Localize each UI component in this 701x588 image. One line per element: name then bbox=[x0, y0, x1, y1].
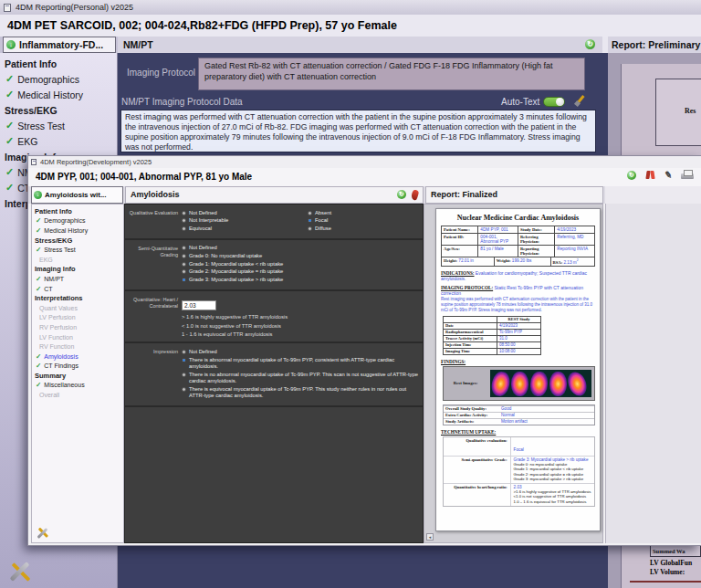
protocol-data-textarea[interactable]: Rest imaging was performed with CT atten… bbox=[120, 110, 596, 152]
red-brush-icon[interactable] bbox=[410, 189, 419, 201]
radio-option[interactable]: Grade 0: No myocardial uptake bbox=[182, 253, 421, 259]
radio-option[interactable]: Not Defined bbox=[182, 245, 421, 251]
sidebar-item[interactable]: ✓ NM/PT bbox=[32, 274, 123, 284]
export-pdf-icon[interactable] bbox=[645, 170, 655, 180]
print-icon[interactable] bbox=[681, 170, 694, 180]
heart-contralateral-input[interactable] bbox=[182, 300, 216, 310]
tab-amyloidosis[interactable]: ↓ Amyloidosis wit... bbox=[31, 186, 123, 204]
radio-icon[interactable] bbox=[308, 226, 312, 231]
radio-option[interactable]: Grade 2: Myocardial uptake = rib uptake bbox=[182, 268, 421, 275]
report-rule-line bbox=[630, 581, 701, 583]
radio-option[interactable]: Grade 3: Myocardial uptake > rib uptake bbox=[182, 277, 421, 283]
refresh-icon[interactable]: ↻ bbox=[585, 39, 595, 49]
sidebar-item[interactable]: ✓ Demographics bbox=[32, 216, 123, 226]
sidebar-item[interactable]: ✓ LV Function bbox=[32, 332, 123, 342]
radio-option[interactable]: Absent bbox=[308, 210, 421, 216]
status-complete-icon: ↓ bbox=[34, 191, 42, 199]
radio-icon[interactable] bbox=[182, 262, 186, 267]
rest-study-row: Injection Time 08:50:00 bbox=[444, 341, 541, 348]
radio-option[interactable]: Equivocal bbox=[182, 226, 304, 232]
radio-option[interactable]: Not Defined bbox=[182, 210, 304, 216]
back-window-titlebar[interactable]: 4DM Reporting(Personal) v2025 bbox=[0, 0, 701, 15]
refresh-icon[interactable]: ↻ bbox=[627, 171, 636, 180]
desktop: 4DM Reporting(Personal) v2025 4DM PET SA… bbox=[0, 0, 701, 588]
nuclear-image bbox=[530, 372, 548, 396]
sidebar-item[interactable]: ✓ Amyloidosis bbox=[32, 352, 123, 362]
hint-text: < 1.0 is not suggestive of TTR amyloidos… bbox=[182, 323, 421, 329]
radio-option[interactable]: Diffuse bbox=[308, 226, 421, 232]
sidebar-item[interactable]: ✓ Imaging Info bbox=[32, 265, 123, 275]
sidebar-item[interactable]: ✓ Stress Test bbox=[32, 245, 123, 255]
nmpt-panel-header: NM/PT ↻ bbox=[118, 37, 602, 53]
protocol-data-label: NM/PT Imaging Protocol Data bbox=[121, 97, 243, 107]
radio-option[interactable]: There is no abnormal myocardial uptake o… bbox=[182, 372, 421, 384]
refresh-icon[interactable]: ↻ bbox=[397, 190, 406, 199]
lv-global-function-fragment: LV GlobalFun bbox=[650, 559, 692, 567]
imaging-protocol-value[interactable]: Gated Rest Rb-82 with CT attenuation cor… bbox=[198, 58, 585, 90]
radio-icon[interactable] bbox=[308, 218, 312, 223]
tab-inflammatory-fdg[interactable]: ↓ Inflammatory-FD... bbox=[3, 37, 116, 53]
sidebar-item[interactable]: ✓ Medical History bbox=[0, 87, 117, 102]
radio-icon[interactable] bbox=[182, 387, 186, 392]
sidebar-item[interactable]: ✓ Stress Test bbox=[0, 118, 117, 133]
radio-option[interactable]: Not Interpretable bbox=[182, 217, 304, 224]
sidebar-item[interactable]: ✓ Stress/EKG bbox=[32, 236, 123, 246]
sidebar-item[interactable]: ✓ Summary bbox=[32, 371, 123, 381]
radio-icon[interactable] bbox=[182, 358, 186, 362]
sidebar-item[interactable]: ✓ Miscellaneous bbox=[32, 381, 123, 391]
report-preliminary-header: Report: Preliminary bbox=[608, 37, 701, 53]
radio-icon[interactable] bbox=[182, 278, 186, 282]
uptake-semi-row: Semi-quantitative Grade: Grade 3: Myocar… bbox=[444, 456, 594, 483]
tools-icon[interactable] bbox=[7, 559, 33, 584]
check-icon: ✓ bbox=[36, 226, 41, 235]
radio-icon[interactable] bbox=[182, 211, 186, 215]
radio-icon[interactable] bbox=[182, 254, 186, 258]
radio-icon[interactable] bbox=[182, 269, 186, 274]
sidebar-item[interactable]: ✓ LV Perfusion bbox=[32, 313, 123, 323]
sidebar-item[interactable]: ✓ CT Findings bbox=[32, 362, 123, 372]
radio-icon[interactable] bbox=[182, 350, 186, 354]
tools-icon[interactable] bbox=[36, 526, 49, 540]
check-icon: ✓ bbox=[36, 285, 41, 293]
sidebar-item[interactable]: ✓ Overall bbox=[32, 390, 123, 400]
scroll-left-button[interactable]: ◂ bbox=[426, 533, 434, 541]
check-icon: ✓ bbox=[5, 120, 14, 131]
sidebar-item[interactable]: ✓ RV Function bbox=[32, 341, 123, 352]
sidebar-item[interactable]: ✓ RV Perfusion bbox=[32, 322, 123, 332]
uptake-ratio-row: Quantitative heart/lung ratio: 2.03 >1.6… bbox=[444, 483, 594, 506]
auto-text-toggle[interactable] bbox=[543, 97, 565, 107]
rest-study-row: Date 4/19/2023 bbox=[444, 322, 541, 329]
sidebar-item[interactable]: ✓ EKG bbox=[32, 255, 123, 265]
study-quality-table: Overall Study Quality: Good Extra Cardia… bbox=[443, 404, 595, 425]
sidebar-item[interactable]: ✓ Interpretations bbox=[32, 293, 123, 303]
front-window-titlebar[interactable]: 4DM Reporting(Development) v2025 bbox=[28, 156, 701, 168]
radio-icon[interactable] bbox=[182, 373, 186, 377]
radio-option[interactable]: There is equivocal myocardial uptake of … bbox=[182, 386, 421, 399]
radio-icon[interactable] bbox=[182, 246, 186, 250]
radio-icon[interactable] bbox=[182, 226, 186, 231]
radio-option[interactable]: Grade 1: Myocardial uptake < rib uptake bbox=[182, 261, 421, 268]
edit-pencil-icon[interactable]: ✎ bbox=[664, 169, 673, 180]
radio-option[interactable]: Focal bbox=[308, 217, 421, 224]
sidebar-item[interactable]: ✓ EKG bbox=[0, 133, 117, 149]
tab-label: Amyloidosis wit... bbox=[45, 191, 107, 199]
radio-icon[interactable] bbox=[308, 211, 312, 215]
back-patient-header: 4DM PET SARCOID, 002; 004-024,Rb82+FDG (… bbox=[0, 15, 701, 37]
radio-option[interactable]: There is abnormal myocardial uptake of T… bbox=[182, 357, 421, 370]
sidebar-item[interactable]: ✓ Medical History bbox=[32, 226, 123, 236]
extra-panel-header bbox=[605, 186, 701, 204]
sidebar-item[interactable]: ✓ Patient Info bbox=[32, 206, 123, 216]
front-window-body: ✓ Patient Info ✓ Demographics ✓ Medical … bbox=[28, 204, 701, 545]
radio-option[interactable]: Not Defined bbox=[182, 349, 421, 355]
radio-icon[interactable] bbox=[182, 218, 186, 223]
rest-images-block: Rest Images: bbox=[443, 366, 595, 401]
sidebar-item[interactable]: ✓ CT bbox=[32, 284, 123, 294]
hint-text: > 1.6 is highly suggestive of TTR amyloi… bbox=[182, 314, 421, 320]
clear-text-brush-icon[interactable] bbox=[574, 95, 586, 107]
sidebar-item[interactable]: ✓ Patient Info bbox=[0, 56, 117, 71]
front-window[interactable]: 4DM Reporting(Development) v2025 4DM PYP… bbox=[27, 155, 701, 546]
sidebar-item[interactable]: ✓ Quant Values bbox=[32, 303, 123, 313]
semi-quantitative-options: Not Defined Grade 0: No myocardial uptak… bbox=[182, 244, 421, 285]
sidebar-item[interactable]: ✓ Demographics bbox=[0, 71, 117, 87]
sidebar-item[interactable]: ✓ Stress/EKG bbox=[0, 102, 117, 118]
